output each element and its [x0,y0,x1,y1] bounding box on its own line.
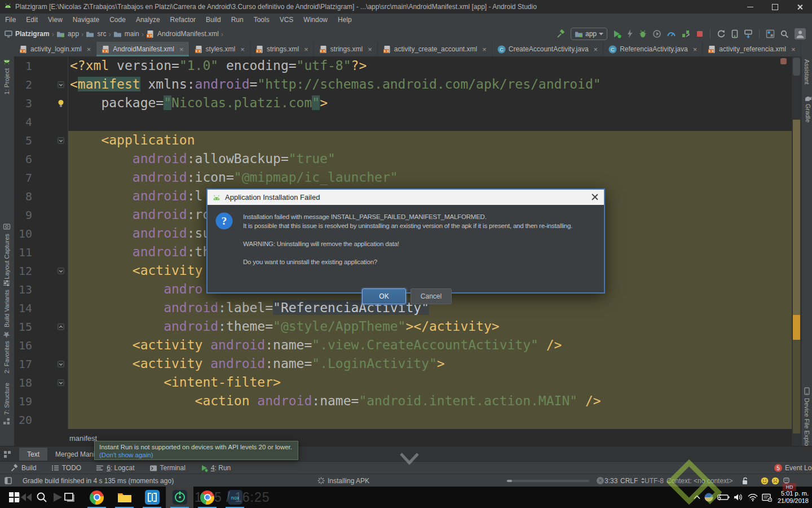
fold-icon[interactable] [56,360,66,369]
gauge-icon[interactable] [667,29,676,38]
tab-activity_login-xml[interactable]: activity_login.xml× [14,42,96,56]
maximize-button[interactable] [762,0,787,14]
run-config-selector[interactable]: app [571,28,607,40]
code-line-15[interactable]: 15 android:theme="@style/AppTheme"></act… [14,317,792,336]
menu-window[interactable]: Window [298,14,333,26]
breadcrumb-item-androidmanifest-xml[interactable]: AndroidManifest.xml [146,30,219,38]
breadcrumb-item-main[interactable]: main [113,30,139,38]
tab-close-icon[interactable]: × [240,46,245,53]
wifi-icon[interactable] [748,494,758,501]
dialog-title-bar[interactable]: Application Installation Failed [208,190,604,205]
stop-icon[interactable] [696,30,704,38]
code-line-6[interactable]: 6 android:allowBackup="true" [14,150,792,168]
caret-position[interactable]: 3:33 [604,474,617,487]
editor-scrollbar-thumb[interactable] [793,58,800,76]
volume-icon[interactable] [734,493,744,501]
fold-icon[interactable] [56,378,66,387]
code-line-1[interactable]: 1<?xml version="1.0" encoding="utf-8"?> [14,56,792,75]
menu-code[interactable]: Code [104,14,131,26]
attach-debugger-icon[interactable] [681,29,691,38]
inspections-indicator-icon[interactable] [780,58,787,64]
avatar-icon[interactable] [794,28,806,40]
menu-run[interactable]: Run [226,14,249,26]
toolwindow-switcher-icon[interactable] [3,450,11,458]
code-line-3[interactable]: 3 package="Nicolas.platzi.com"> [14,94,792,112]
tab-close-icon[interactable]: × [693,46,698,53]
menu-view[interactable]: View [43,14,68,26]
dont-show-again-link[interactable]: (Don't show again) [99,452,153,458]
code-line-2[interactable]: 2<manifest xmlns:android="http://schemas… [14,75,792,94]
menu-help[interactable]: Help [333,14,357,26]
sidebar-item-build-variants[interactable]: Build Variants [3,280,10,327]
run-icon[interactable] [612,29,621,38]
code-line-17[interactable]: 17 <activity android:name=".LoginActivit… [14,354,792,373]
code-line-5[interactable]: 5 <application [14,131,792,150]
menu-build[interactable]: Build [201,14,226,26]
bug-icon[interactable] [638,29,647,38]
menu-navigate[interactable]: Navigate [68,14,104,26]
code-line-19[interactable]: 19 <action android:name="android.intent.… [14,392,792,410]
lock-icon[interactable] [742,474,748,487]
breadcrumb-manifest[interactable]: manifest [69,434,97,443]
code-line-7[interactable]: 7 android:icon="@mipmap/ic_launcher" [14,168,792,187]
menu-edit[interactable]: Edit [21,14,43,26]
toolwindow--run[interactable]: 4: Run [200,464,231,472]
toolwindow-todo[interactable]: TODO [51,464,81,472]
taskbar-item-explorer[interactable] [111,487,138,508]
toolwindow-toggle-icon[interactable] [5,477,12,484]
hammer-icon[interactable] [556,29,566,38]
profiler-icon[interactable] [652,29,661,38]
taskbar-item-android-studio[interactable] [138,487,166,508]
menu-tools[interactable]: Tools [249,14,275,26]
tab-activity_referencia-xml[interactable]: activity_referencia.xml× [703,42,801,56]
fold-end-icon[interactable] [56,322,66,331]
ok-button[interactable]: OK [362,288,406,304]
sidebar-item-1-project[interactable]: 1: Project [3,59,11,94]
action-center-icon[interactable] [762,493,772,502]
sidebar-item-device-file-explorer[interactable]: Device File Explorer [804,387,810,453]
onedrive-icon[interactable] [704,493,713,502]
event-log-button[interactable]: 5 Event Log [774,462,812,474]
close-button[interactable] [787,0,812,14]
tab-strings-xml[interactable]: strings.xml× [250,42,314,56]
sidebar-item-assistant[interactable]: Assistant [804,59,810,85]
tab-strings-xml[interactable]: strings.xml× [314,42,378,56]
tab-close-icon[interactable]: × [87,46,91,53]
breadcrumb-item-platzigram[interactable]: Platzigram [5,30,50,38]
battery-icon[interactable] [717,494,730,501]
taskbar-item-chrome[interactable] [83,487,111,508]
fold-icon[interactable] [56,136,66,145]
avd-manager-icon[interactable] [731,29,739,38]
menu-vcs[interactable]: VCS [275,14,299,26]
tab-activity_create_account-xml[interactable]: activity_create_account.xml× [378,42,492,56]
toolwindow--logcat[interactable]: 6: Logcat [96,464,134,472]
fold-icon[interactable] [56,80,66,89]
toolwindow-terminal[interactable]: Terminal [149,464,186,472]
statusbar-message[interactable]: Gradle build finished in 4 s 135 ms (mom… [23,477,174,485]
sidebar-item-layout-captures[interactable]: Layout Captures [3,224,11,279]
tray-chevron-icon[interactable] [694,495,700,500]
intention-bulb-icon[interactable] [56,99,66,108]
tab-styles-xml[interactable]: styles.xml× [189,42,250,56]
menu-file[interactable]: File [0,14,21,26]
encoding-indicator[interactable]: UTF-8 [645,474,664,487]
toolwindow-build[interactable]: Build [10,464,37,472]
tab-close-icon[interactable]: × [179,46,184,53]
tab-close-icon[interactable]: × [482,46,487,53]
code-line-16[interactable]: 16 <activity android:name=".view.CreateA… [14,336,792,354]
cancel-task-icon[interactable]: × [597,477,604,484]
cancel-button[interactable]: Cancel [411,288,452,304]
project-structure-icon[interactable] [766,29,775,38]
breadcrumb-item-app[interactable]: app [56,30,79,38]
sync-icon[interactable] [717,29,726,38]
context-indicator[interactable]: Context: <no context> [667,474,732,487]
sdk-manager-icon[interactable] [744,29,753,38]
tab-CreateAccountActivity-java[interactable]: CCreateAccountActivity.java× [492,42,603,56]
tab-AndroidManifest-xml[interactable]: AndroidManifest.xml× [96,42,189,56]
menu-refactor[interactable]: Refactor [165,14,201,26]
code-line-18[interactable]: 18 <intent-filter> [14,373,792,392]
code-line-20[interactable]: 20 [14,410,792,429]
code-line-4[interactable]: 4 [14,112,792,131]
smiley-sad-icon[interactable] [771,474,779,487]
clock[interactable]: 5:01 p. m.21/09/2018 [778,490,809,505]
